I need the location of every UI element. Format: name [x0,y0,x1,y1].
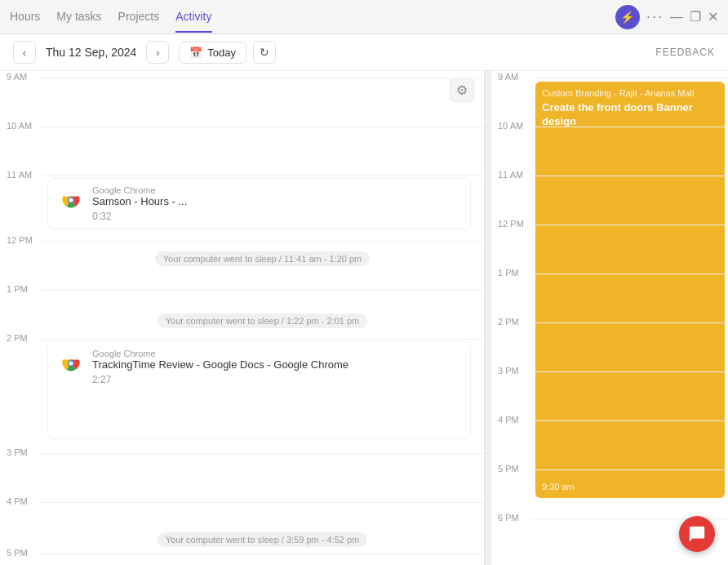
time-line-3pm [41,453,484,502]
feedback-button[interactable]: FEEDBACK [655,47,715,58]
cal-label-6pm: 6 PM [491,513,532,523]
cal-content-12pm [532,225,728,274]
activity-duration-tracking: 2:27 [92,374,460,385]
svg-point-7 [69,362,73,366]
cal-label-1pm: 1 PM [491,268,532,278]
cal-row-3pm: 3 PM [491,371,728,420]
activity-app-tracking: Google Chrome [92,349,460,358]
maximize-button[interactable]: ❐ [690,9,701,24]
event-title: Create the front doors Banner design [542,101,718,129]
cal-content-4pm [532,420,728,469]
cal-label-12pm: 12 PM [491,219,532,229]
close-button[interactable]: ✕ [708,9,718,24]
time-line-4pm: Your computer went to sleep / 3:59 pm - … [41,502,484,554]
time-line-1pm: Your computer went to sleep / 1:22 pm - … [41,290,484,339]
refresh-button[interactable]: ↻ [253,41,276,64]
window-controls: ⚡ ··· — ❐ ✕ [615,5,718,29]
time-row-9am: 9 AM [0,78,484,127]
time-line-9am [41,78,484,127]
chat-button[interactable] [679,516,715,552]
time-line-5pm [41,554,484,565]
time-label-1pm: 1 PM [0,284,41,294]
next-date-button[interactable]: › [146,41,169,64]
chrome-icon-1 [58,187,84,213]
cal-row-5pm: 5 PM [491,469,728,518]
calendar-icon: 📅 [189,47,202,59]
cal-label-10am: 10 AM [491,121,532,131]
cal-row-10am: 10 AM [491,127,728,176]
today-button[interactable]: 📅 Today [179,42,246,64]
activity-title-samson: Samson - Hours - ... [92,195,460,209]
cal-row-4pm: 4 PM [491,420,728,469]
cal-row-9am: 9 AM Custom Branding - Rajit - Ananas Ma… [491,78,728,127]
cal-label-11am: 11 AM [491,170,532,180]
more-options-button[interactable]: ··· [646,8,664,25]
cal-content-11am [532,176,728,225]
cal-content-10am [532,127,728,176]
cal-row-11am: 11 AM [491,176,728,225]
time-row-4pm: 4 PM Your computer went to sleep / 3:59 … [0,502,484,554]
tab-activity[interactable]: Activity [175,2,211,33]
cal-content-5pm [532,469,728,518]
time-label-2pm: 2 PM [0,333,41,343]
cal-label-5pm: 5 PM [491,464,532,474]
prev-date-button[interactable]: ‹ [13,41,36,64]
cal-label-2pm: 2 PM [491,317,532,327]
time-line-12pm: Your computer went to sleep / 11:41 am -… [41,241,484,290]
time-label-9am: 9 AM [0,72,41,82]
tab-my-tasks[interactable]: My tasks [56,2,101,33]
panel-divider[interactable] [485,71,491,565]
activity-item-samson[interactable]: Google Chrome Samson - Hours - ... 0:32 [47,178,471,229]
time-row-1pm: 1 PM Your computer went to sleep / 1:22 … [0,290,484,339]
sleep-badge-2: Your computer went to sleep / 1:22 pm - … [41,310,484,331]
minimize-button[interactable]: — [670,10,683,24]
cal-label-9am: 9 AM [491,72,532,82]
activity-duration-samson: 0:32 [92,211,460,222]
toolbar: ‹ Thu 12 Sep, 2024 › 📅 Today ↻ FEEDBACK [0,34,728,71]
activity-title-tracking: TrackingTime Review - Google Docs - Goog… [92,358,460,372]
main-content: ⚙ 9 AM 10 AM 11 AM [0,71,728,565]
activity-wrapper: ⚙ 9 AM 10 AM 11 AM [0,71,484,565]
sleep-badge-1: Your computer went to sleep / 11:41 am -… [41,248,484,269]
tab-projects[interactable]: Projects [118,2,160,33]
cal-row-1pm: 1 PM [491,274,728,323]
sleep-text-3: Your computer went to sleep / 3:59 pm - … [158,532,367,547]
sleep-text-2: Your computer went to sleep / 1:22 pm - … [158,314,367,328]
activity-info-tracking: Google Chrome TrackingTime Review - Goog… [92,349,460,385]
calendar-panel: 9 AM Custom Branding - Rajit - Ananas Ma… [491,71,728,565]
time-label-10am: 10 AM [0,121,41,131]
time-label-4pm: 4 PM [0,496,41,506]
chrome-icon-2 [58,350,84,376]
nav-tabs: Hours My tasks Projects Activity [10,2,615,33]
time-row-10am: 10 AM [0,127,484,176]
time-line-11am: Google Chrome Samson - Hours - ... 0:32 [41,176,484,233]
event-client: Custom Branding - Rajit - Ananas Mall [542,88,718,98]
time-line-10am [41,127,484,176]
time-row-2pm: 2 PM [0,339,484,453]
cal-content-1pm [532,274,728,323]
cal-label-4pm: 4 PM [491,415,532,425]
time-label-5pm: 5 PM [0,548,41,558]
cal-content-3pm [532,371,728,420]
cal-content-2pm [532,323,728,371]
title-bar: Hours My tasks Projects Activity ⚡ ··· —… [0,0,728,34]
sleep-badge-3: Your computer went to sleep / 3:59 pm - … [41,529,484,550]
time-label-11am: 11 AM [0,170,41,180]
time-line-2pm: Google Chrome TrackingTime Review - Goog… [41,339,484,443]
time-row-12pm: 12 PM Your computer went to sleep / 11:4… [0,241,484,290]
activity-info-samson: Google Chrome Samson - Hours - ... 0:32 [92,185,460,222]
activity-item-tracking[interactable]: Google Chrome TrackingTime Review - Goog… [47,341,471,439]
time-label-3pm: 3 PM [0,447,41,457]
activity-app-samson: Google Chrome [92,185,460,195]
cal-row-12pm: 12 PM [491,225,728,274]
cal-content-9am: Custom Branding - Rajit - Ananas Mall Cr… [532,78,728,127]
cal-label-3pm: 3 PM [491,366,532,376]
date-label: Thu 12 Sep, 2024 [46,46,136,59]
sleep-text-1: Your computer went to sleep / 11:41 am -… [155,251,371,266]
cal-row-2pm: 2 PM [491,323,728,371]
tab-hours[interactable]: Hours [10,2,40,33]
time-row-5pm: 5 PM [0,554,484,565]
svg-point-3 [69,198,73,202]
time-row-3pm: 3 PM [0,453,484,502]
lightning-button[interactable]: ⚡ [615,5,640,29]
